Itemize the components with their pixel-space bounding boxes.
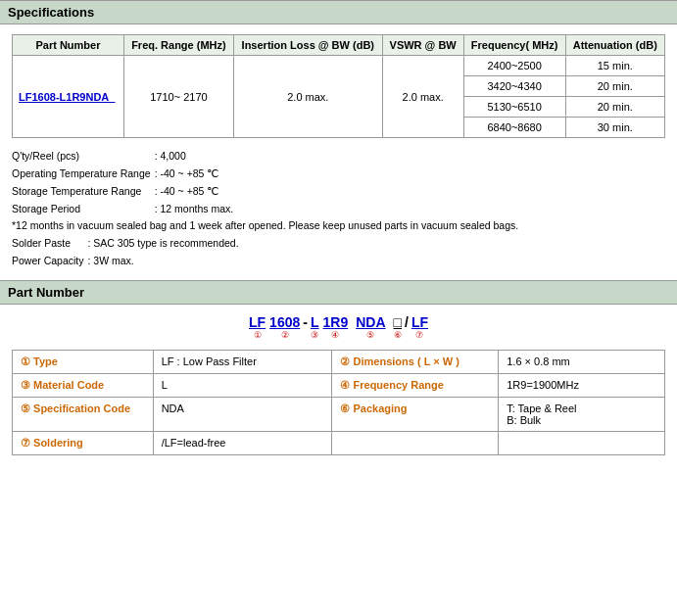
notes-label: Storage Temperature Range bbox=[12, 183, 155, 201]
pn-label-empty bbox=[332, 431, 499, 454]
notes-row: Q'ty/Reel (pcs) : 4,000 bbox=[12, 148, 237, 166]
notes-label: Operating Temperature Range bbox=[12, 166, 155, 183]
freq-4: 6840~8680 bbox=[463, 118, 565, 138]
specifications-title: Specifications bbox=[8, 5, 94, 20]
atten-3: 20 min. bbox=[565, 97, 664, 118]
notes-label: Storage Period bbox=[12, 201, 155, 218]
pn-item-lf2: LF ⑦ bbox=[411, 314, 428, 340]
specifications-header: Specifications bbox=[0, 0, 677, 24]
part-number-cell[interactable]: LF1608-L1R9NDA_ bbox=[13, 56, 124, 138]
col-header-vswr: VSWR @ BW bbox=[382, 35, 463, 56]
col-header-insertion-loss: Insertion Loss @ BW (dB) bbox=[233, 35, 382, 56]
notes-row: Storage Period : 12 months max. bbox=[12, 201, 237, 218]
pn-text-lf: LF bbox=[249, 314, 266, 330]
notes-value: : SAC 305 type is recommended. bbox=[88, 235, 243, 253]
notes-table2: Solder Paste : SAC 305 type is recommend… bbox=[12, 235, 243, 270]
pn-value-type: LF : Low Pass Filter bbox=[153, 350, 332, 373]
vswr-cell: 2.0 max. bbox=[382, 56, 463, 138]
pn-item-1608: 1608 ② bbox=[269, 314, 300, 340]
pn-text-box: □ bbox=[394, 314, 402, 330]
atten-1: 15 min. bbox=[565, 56, 664, 76]
pn-label-type: ① Type bbox=[13, 350, 154, 373]
vswr-value: 2.0 max. bbox=[403, 91, 444, 103]
part-number-title: Part Number bbox=[8, 285, 84, 300]
table-row: LF1608-L1R9NDA_ 1710~ 2170 2.0 max. 2.0 … bbox=[13, 56, 665, 76]
pn-label-spec-code: ⑤ Specification Code bbox=[13, 397, 154, 431]
insertion-loss-cell: 2.0 max. bbox=[233, 56, 382, 138]
pn-item-1r9: 1R9 ④ bbox=[323, 314, 349, 340]
freq-1: 2400~2500 bbox=[463, 56, 565, 76]
notes-value: : 4,000 bbox=[155, 148, 238, 166]
pn-info-table: ① Type LF : Low Pass Filter ② Dimensions… bbox=[12, 350, 665, 455]
pn-item-nda: NDA ⑤ bbox=[356, 314, 385, 340]
freq-range-value: 1710~ 2170 bbox=[150, 91, 207, 103]
pn-num-2: ② bbox=[281, 330, 289, 340]
pn-num-4: ④ bbox=[331, 330, 339, 340]
pn-text-l: L bbox=[311, 314, 319, 330]
notes-row: Solder Paste : SAC 305 type is recommend… bbox=[12, 235, 243, 253]
pn-num-3: ③ bbox=[311, 330, 318, 340]
part-number-value: LF1608-L1R9NDA_ bbox=[19, 91, 115, 103]
pn-text-lf2: LF bbox=[411, 314, 428, 330]
pn-num-7: ⑦ bbox=[415, 330, 423, 340]
pn-num-6: ⑥ bbox=[394, 330, 402, 340]
pn-item-box: □ ⑥ bbox=[394, 314, 402, 340]
part-number-header: Part Number bbox=[0, 280, 677, 305]
notes-value: : -40 ~ +85 ℃ bbox=[155, 166, 238, 183]
pn-value-material: L bbox=[153, 373, 332, 397]
col-header-part-number: Part Number bbox=[13, 35, 124, 56]
pn-text-1608: 1608 bbox=[269, 314, 300, 330]
pn-label-material: ③ Material Code bbox=[13, 373, 154, 397]
pn-label-freq-range: ④ Frequency Range bbox=[332, 373, 499, 397]
notes-value: : 3W max. bbox=[88, 253, 243, 270]
notes-row: Storage Temperature Range : -40 ~ +85 ℃ bbox=[12, 183, 237, 201]
pn-label-dimensions: ② Dimensions ( L × W ) bbox=[332, 350, 499, 373]
pn-value-spec-code: NDA bbox=[153, 397, 332, 431]
notes-value: : 12 months max. bbox=[155, 201, 238, 218]
notes-label: Q'ty/Reel (pcs) bbox=[12, 148, 155, 166]
pn-info-row-4: ⑦ Soldering /LF=lead-free bbox=[13, 431, 665, 454]
pn-num-1: ① bbox=[254, 330, 262, 340]
pn-value-freq-range: 1R9=1900MHz bbox=[499, 373, 665, 397]
pn-display: LF ① 1608 ② - L ③ 1R9 ④ NDA ⑤ bbox=[12, 314, 665, 340]
atten-2: 20 min. bbox=[565, 76, 664, 97]
specifications-table: Part Number Freq. Range (MHz) Insertion … bbox=[12, 34, 665, 138]
atten-4: 30 min. bbox=[565, 118, 664, 138]
notes-label: Power Capacity bbox=[12, 253, 88, 270]
pn-value-packaging: T: Tape & ReelB: Bulk bbox=[499, 397, 665, 431]
pn-value-soldering: /LF=lead-free bbox=[153, 431, 332, 454]
col-header-frequency: Frequency( MHz) bbox=[463, 35, 565, 56]
notes-label: Solder Paste bbox=[12, 235, 88, 253]
freq-2: 3420~4340 bbox=[463, 76, 565, 97]
pn-value-dimensions: 1.6 × 0.8 mm bbox=[499, 350, 665, 373]
freq-3: 5130~6510 bbox=[463, 97, 565, 118]
col-header-freq-range: Freq. Range (MHz) bbox=[123, 35, 233, 56]
notes-value: : -40 ~ +85 ℃ bbox=[155, 183, 238, 201]
freq-range-cell: 1710~ 2170 bbox=[123, 56, 233, 138]
pn-num-5: ⑤ bbox=[366, 330, 374, 340]
pn-item-lf: LF ① bbox=[249, 314, 266, 340]
pn-info-row-1: ① Type LF : Low Pass Filter ② Dimensions… bbox=[13, 350, 665, 373]
pn-text-nda: NDA bbox=[356, 314, 385, 330]
insertion-loss-value: 2.0 max. bbox=[287, 91, 328, 103]
pn-info-row-2: ③ Material Code L ④ Frequency Range 1R9=… bbox=[13, 373, 665, 397]
notes-row: Operating Temperature Range : -40 ~ +85 … bbox=[12, 166, 237, 183]
pn-label-packaging: ⑥ Packaging bbox=[332, 397, 499, 431]
part-number-section: Part Number LF ① 1608 ② - L ③ 1R9 ④ bbox=[0, 280, 677, 465]
notes-row: Power Capacity : 3W max. bbox=[12, 253, 243, 270]
pn-label-soldering: ⑦ Soldering bbox=[13, 431, 154, 454]
col-header-attenuation: Attenuation (dB) bbox=[565, 35, 664, 56]
pn-info-row-3: ⑤ Specification Code NDA ⑥ Packaging T: … bbox=[13, 397, 665, 431]
specifications-section: Specifications Part Number Freq. Range (… bbox=[0, 0, 677, 280]
pn-sep-2: / bbox=[405, 314, 409, 330]
pn-item-l: L ③ bbox=[311, 314, 319, 340]
pn-sep-1: - bbox=[303, 314, 308, 330]
notes-vacuum: *12 months in vacuum sealed bag and 1 we… bbox=[12, 217, 665, 235]
pn-value-empty bbox=[499, 431, 665, 454]
notes-table: Q'ty/Reel (pcs) : 4,000 Operating Temper… bbox=[12, 148, 237, 217]
pn-text-1r9: 1R9 bbox=[323, 314, 349, 330]
specifications-notes: Q'ty/Reel (pcs) : 4,000 Operating Temper… bbox=[12, 148, 665, 270]
